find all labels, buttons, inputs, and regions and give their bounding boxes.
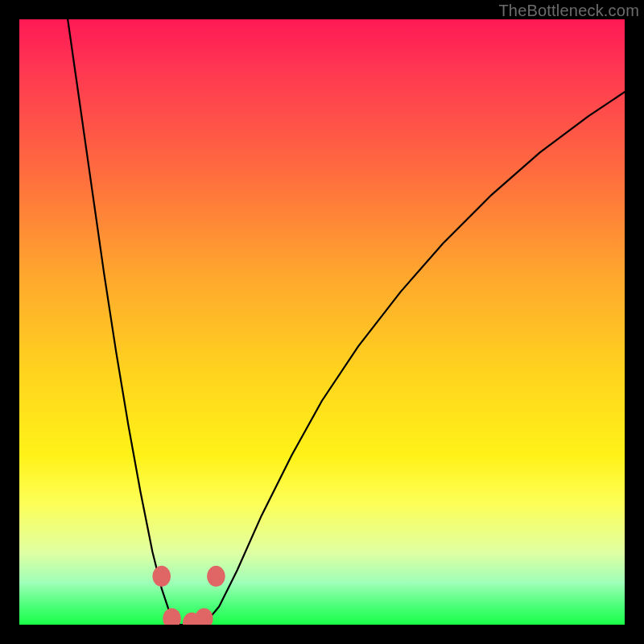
- curve-marker-0: [152, 566, 171, 587]
- bottleneck-curve-chart: [19, 19, 625, 625]
- watermark-text: TheBottleneck.com: [498, 2, 639, 20]
- curve-marker-1: [163, 609, 181, 625]
- curve-marker-4: [207, 566, 225, 587]
- curve-marker-3: [195, 609, 213, 625]
- chart-frame: [19, 19, 625, 625]
- bottleneck-curve: [68, 19, 625, 625]
